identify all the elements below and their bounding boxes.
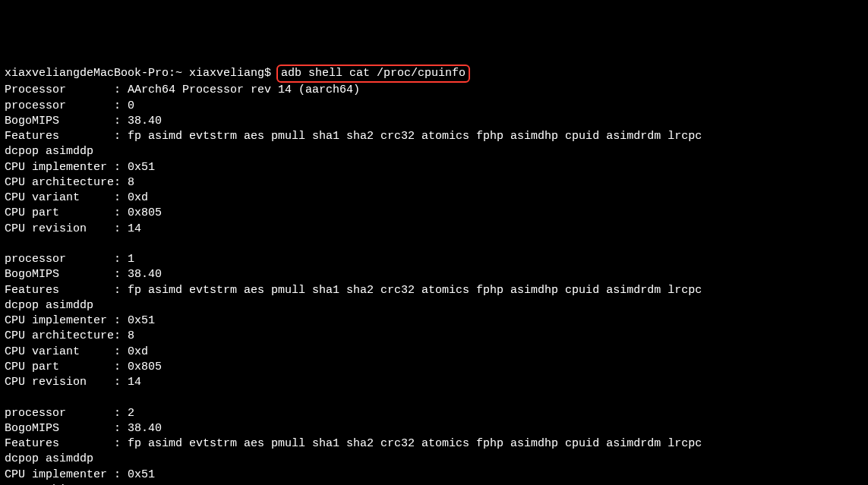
shell-prompt: xiaxveliangdeMacBook-Pro:~ xiaxveliang$ xyxy=(5,67,278,80)
output-line: CPU implementer : 0x51 xyxy=(5,313,863,329)
output-line: CPU part : 0x805 xyxy=(5,206,863,221)
terminal-output[interactable]: xiaxveliangdeMacBook-Pro:~ xiaxveliang$ … xyxy=(5,65,863,485)
output-line: Features : fp asimd evtstrm aes pmull sh… xyxy=(5,129,863,144)
output-line: CPU implementer : 0x51 xyxy=(5,160,863,175)
output-line: processor : 2 xyxy=(5,406,863,421)
output-line: processor : 1 xyxy=(5,252,863,267)
command-highlight: adb shell cat /proc/cpuinfo xyxy=(276,65,470,83)
output-line: Features : fp asimd evtstrm aes pmull sh… xyxy=(5,283,863,298)
output-line: CPU architecture: 8 xyxy=(5,329,863,344)
output-line: BogoMIPS : 38.40 xyxy=(5,267,863,282)
output-line: BogoMIPS : 38.40 xyxy=(5,421,863,436)
output-line: dcpop asimddp xyxy=(5,144,863,159)
output-line: CPU revision : 14 xyxy=(5,222,863,237)
output-line: CPU implementer : 0x51 xyxy=(5,468,863,483)
output-line: Features : fp asimd evtstrm aes pmull sh… xyxy=(5,436,863,452)
output-line: dcpop asimddp xyxy=(5,298,863,313)
output-line: CPU part : 0x805 xyxy=(5,360,863,375)
output-line: BogoMIPS : 38.40 xyxy=(5,114,863,129)
output-line: dcpop asimddp xyxy=(5,452,863,467)
output-line: Processor : AArch64 Processor rev 14 (aa… xyxy=(5,83,863,98)
output-line: processor : 0 xyxy=(5,99,863,114)
output-line: CPU revision : 14 xyxy=(5,375,863,390)
output-line: CPU variant : 0xd xyxy=(5,345,863,360)
blank-line xyxy=(5,390,863,405)
output-line: CPU variant : 0xd xyxy=(5,191,863,206)
output-line: CPU architecture: 8 xyxy=(5,175,863,191)
blank-line xyxy=(5,237,863,252)
